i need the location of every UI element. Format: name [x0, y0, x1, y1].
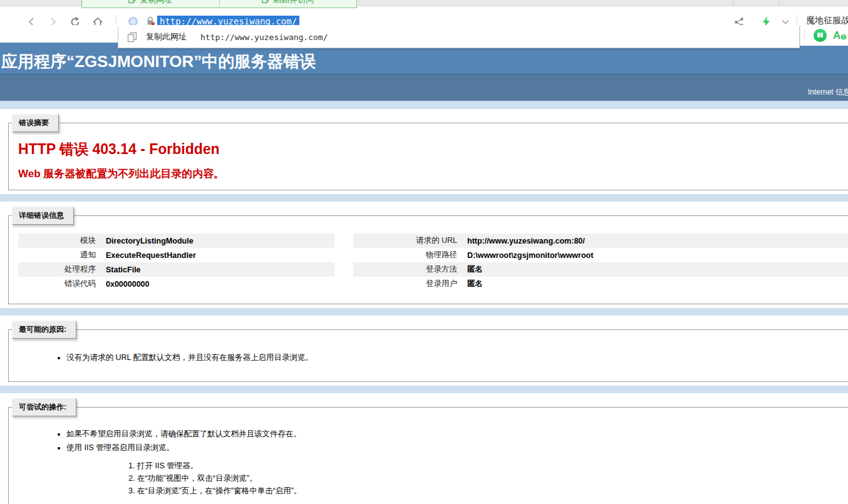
table-row: 登录方法 匿名: [353, 262, 848, 277]
row-value: D:\wwwroot\zgsjmonitor\wwwroot: [462, 248, 848, 262]
book-icon: [817, 32, 824, 39]
table-row: 错误代码 0x00000000: [18, 277, 334, 291]
legend-error-details: 详细错误信息: [12, 207, 74, 225]
details-table-left: 模块 DirectoryListingModule 通知 ExecuteRequ…: [18, 234, 334, 291]
paste-and-go-menu-item[interactable]: 粘贴并访问: [220, 0, 357, 8]
table-row: 请求的 URL http://www.yuzesiwang.com:80/: [353, 234, 848, 248]
address-context-popup: 复制网址 粘贴并访问: [81, 0, 357, 8]
row-label: 物理路径: [353, 248, 462, 262]
details-tables: 模块 DirectoryListingModule 通知 ExecuteRequ…: [18, 234, 848, 291]
url-suggestion-row[interactable]: 复制此网址 http://www.yuzesiwang.com/: [118, 26, 800, 48]
paste-icon: [262, 0, 269, 4]
steps-list: 打开 IIS 管理器。 在“功能”视图中，双击“目录浏览”。 在“目录浏览”页上…: [66, 461, 848, 496]
row-label: 处理程序: [18, 262, 101, 277]
browser-toolbar: http://www.yuzesiwang.com/ 魔地征服战: [0, 6, 848, 25]
section-likely-causes: 最可能的原因: 没有为请求的 URL 配置默认文档，并且没有在服务器上启用目录浏…: [0, 316, 848, 386]
table-row: 登录用户 匿名: [353, 277, 848, 291]
action-item: 使用 IIS 管理器启用目录浏览。 打开 IIS 管理器。 在“功能”视图中，双…: [66, 443, 848, 496]
translate-button[interactable]: A文: [833, 29, 840, 42]
browser-window: http://www.yuzesiwang.com/ 魔地征服战 ★: [0, 0, 848, 504]
tab-separator: [733, 0, 733, 6]
server-version-text: Internet 信息服务 7.5: [808, 87, 848, 98]
error-page-body: 错误摘要 HTTP 错误 403.14 - Forbidden Web 服务器被…: [0, 101, 848, 504]
row-value: DirectoryListingModule: [101, 234, 334, 248]
actions-list: 如果不希望启用目录浏览，请确保配置了默认文档并且该文件存在。 使用 IIS 管理…: [57, 429, 848, 504]
tab-separator: [779, 0, 780, 6]
legend-error-summary: 错误摘要: [12, 114, 59, 132]
causes-list: 没有为请求的 URL 配置默认文档，并且没有在服务器上启用目录浏览。: [57, 352, 848, 363]
copy-icon: [127, 32, 137, 43]
legend-things-to-try: 可尝试的操作:: [12, 398, 76, 416]
cause-item: 没有为请求的 URL 配置默认文档，并且没有在服务器上启用目录浏览。: [66, 352, 848, 363]
translate-sub-icon: 文: [841, 34, 846, 39]
action-item: 如果不希望启用目录浏览，请确保配置了默认文档并且该文件存在。: [66, 429, 848, 440]
details-table-right: 请求的 URL http://www.yuzesiwang.com:80/ 物理…: [353, 234, 848, 291]
copy-this-url-label: 复制此网址: [146, 31, 187, 43]
section-error-details: 详细错误信息 模块 DirectoryListingModule 通知 Exec…: [0, 202, 848, 308]
error-title: HTTP 错误 403.14 - Forbidden: [18, 140, 848, 159]
panel-separator: [804, 29, 805, 42]
row-label: 模块: [18, 234, 101, 248]
table-row: 模块 DirectoryListingModule: [18, 234, 334, 248]
table-row: 处理程序 StaticFile: [18, 262, 334, 277]
chevron-down-icon: [782, 19, 789, 24]
row-value: 匿名: [462, 277, 848, 291]
section-things-to-try: 可尝试的操作: 如果不希望启用目录浏览，请确保配置了默认文档并且该文件存在。 使…: [0, 393, 848, 504]
copy-url-label: 复制网址: [140, 0, 172, 6]
row-label: 登录用户: [353, 277, 462, 291]
row-value: 匿名: [462, 262, 848, 277]
error-subtitle: Web 服务器被配置为不列出此目录的内容。: [18, 167, 848, 181]
row-value: 0x00000000: [101, 277, 334, 291]
row-value: http://www.yuzesiwang.com:80/: [462, 234, 848, 248]
section-error-summary: 错误摘要 HTTP 错误 403.14 - Forbidden Web 服务器被…: [0, 109, 848, 194]
address-tools-panel: A文: [800, 25, 848, 46]
row-label: 登录方法: [353, 262, 462, 277]
table-row: 物理路径 D:\wwwroot\zgsjmonitor\wwwroot: [353, 248, 848, 262]
server-version-band: Internet 信息服务 7.5: [0, 74, 848, 101]
row-label: 请求的 URL: [353, 234, 462, 248]
legend-likely-causes: 最可能的原因:: [12, 321, 76, 339]
step-item: 打开 IIS 管理器。: [137, 461, 848, 471]
step-item: 在“功能”视图中，双击“目录浏览”。: [137, 473, 848, 484]
action-item-text: 使用 IIS 管理器启用目录浏览。: [66, 443, 174, 452]
copy-url-menu-item[interactable]: 复制网址: [82, 0, 219, 8]
suggested-url: http://www.yuzesiwang.com/: [200, 33, 328, 42]
row-value: ExecuteRequestHandler: [101, 248, 334, 262]
row-value: StaticFile: [101, 262, 334, 277]
row-label: 错误代码: [18, 277, 101, 291]
copy-icon: [128, 0, 136, 4]
iis-error-page: 应用程序“ZGSJMONITOR”中的服务器错误 Internet 信息服务 7…: [0, 43, 848, 504]
row-label: 通知: [18, 248, 101, 262]
paste-and-go-label: 粘贴并访问: [273, 0, 314, 6]
table-row: 通知 ExecuteRequestHandler: [18, 248, 334, 262]
reading-mode-button[interactable]: [814, 29, 827, 42]
step-item: 在“目录浏览”页上，在“操作”窗格中单击“启用”。: [137, 486, 848, 496]
